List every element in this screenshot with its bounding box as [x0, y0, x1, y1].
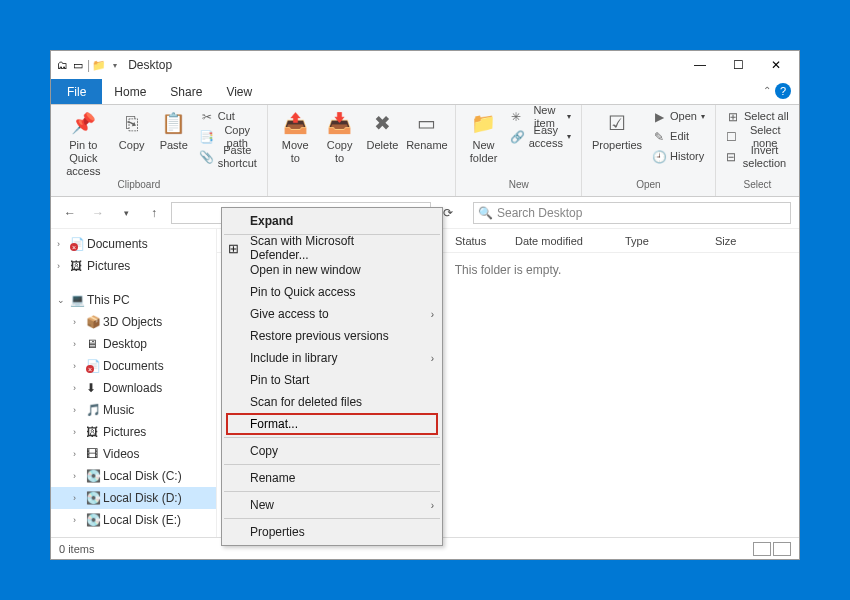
cut-icon: ✂: [200, 110, 214, 124]
copy-button[interactable]: ⎘ Copy: [112, 107, 152, 154]
disk-icon: 💽: [86, 469, 100, 483]
copy-to-button[interactable]: 📥Copy to: [319, 107, 361, 167]
collapse-ribbon-icon[interactable]: ⌃: [763, 85, 771, 96]
ctx-expand[interactable]: Expand: [222, 210, 442, 232]
easy-access-button[interactable]: 🔗Easy access ▾: [507, 127, 575, 147]
shortcut-icon: 📎: [200, 150, 214, 164]
select-group-label: Select: [744, 179, 772, 195]
open-group-label: Open: [636, 179, 660, 195]
paste-button[interactable]: 📋 Paste: [154, 107, 194, 154]
ctx-pin-start[interactable]: Pin to Start: [222, 369, 442, 391]
sidebar-item-disk-e[interactable]: ›💽Local Disk (E:): [51, 509, 216, 531]
sidebar-item-downloads[interactable]: ›⬇Downloads: [51, 377, 216, 399]
ctx-properties[interactable]: Properties: [222, 521, 442, 543]
copy-to-icon: 📥: [326, 109, 354, 137]
properties-button[interactable]: ☑Properties: [588, 107, 646, 154]
delete-button[interactable]: ✖Delete: [362, 107, 402, 154]
col-status[interactable]: Status: [447, 235, 507, 247]
rename-button[interactable]: ▭Rename: [404, 107, 449, 154]
qat-properties-icon[interactable]: ▭: [71, 58, 85, 72]
icons-view-button[interactable]: [773, 542, 791, 556]
ctx-scan-deleted[interactable]: Scan for deleted files: [222, 391, 442, 413]
back-button[interactable]: ←: [59, 202, 81, 224]
error-badge-icon: ×: [86, 365, 94, 373]
qat-dropdown-icon[interactable]: ▾: [108, 58, 122, 72]
sidebar-item-pictures-pc[interactable]: ›🖼Pictures: [51, 421, 216, 443]
paste-icon: 📋: [160, 109, 188, 137]
ctx-scan-defender[interactable]: ⊞Scan with Microsoft Defender...: [222, 237, 442, 259]
col-date[interactable]: Date modified: [507, 235, 617, 247]
ctx-include-library[interactable]: Include in library›: [222, 347, 442, 369]
col-size[interactable]: Size: [707, 235, 767, 247]
file-explorer-window: 🗂 ▭ | 📁 ▾ Desktop — ☐ ✕ File Home Share …: [50, 50, 800, 560]
ctx-format[interactable]: Format...: [226, 413, 438, 435]
copy-icon: ⎘: [118, 109, 146, 137]
rename-icon: ▭: [413, 109, 441, 137]
window-title: Desktop: [128, 58, 172, 72]
open-button[interactable]: ▶Open ▾: [648, 107, 709, 127]
properties-icon: ☑: [603, 109, 631, 137]
details-view-button[interactable]: [753, 542, 771, 556]
sidebar-item-disk-c[interactable]: ›💽Local Disk (C:): [51, 465, 216, 487]
pictures-icon: 🖼: [86, 425, 100, 439]
paste-shortcut-button[interactable]: 📎Paste shortcut: [196, 147, 261, 167]
pictures-icon: 🖼: [70, 259, 84, 273]
col-type[interactable]: Type: [617, 235, 707, 247]
ctx-rename[interactable]: Rename: [222, 467, 442, 489]
sidebar-item-documents[interactable]: ›📄×Documents: [51, 233, 216, 255]
history-icon: 🕘: [652, 150, 666, 164]
sidebar-item-this-pc[interactable]: ⌄💻This PC: [51, 289, 216, 311]
sidebar-item-disk-d[interactable]: ›💽Local Disk (D:): [51, 487, 216, 509]
submenu-arrow-icon: ›: [431, 309, 434, 320]
sidebar-item-videos[interactable]: ›🎞Videos: [51, 443, 216, 465]
ctx-give-access[interactable]: Give access to›: [222, 303, 442, 325]
pin-icon: 📌: [69, 109, 97, 137]
ribbon: 📌 Pin to Quick access ⎘ Copy 📋 Paste ✂Cu…: [51, 105, 799, 197]
ctx-restore-versions[interactable]: Restore previous versions: [222, 325, 442, 347]
sidebar-item-desktop[interactable]: ›🖥Desktop: [51, 333, 216, 355]
close-button[interactable]: ✕: [757, 51, 795, 79]
ctx-copy[interactable]: Copy: [222, 440, 442, 462]
ctx-open-new-window[interactable]: Open in new window: [222, 259, 442, 281]
tab-file[interactable]: File: [51, 79, 102, 104]
search-input[interactable]: 🔍 Search Desktop: [473, 202, 791, 224]
tab-home[interactable]: Home: [102, 79, 158, 104]
paste-label: Paste: [160, 139, 188, 152]
disk-icon: 💽: [86, 491, 100, 505]
context-menu: Expand ⊞Scan with Microsoft Defender... …: [221, 207, 443, 546]
tab-share[interactable]: Share: [158, 79, 214, 104]
pin-to-quick-access-button[interactable]: 📌 Pin to Quick access: [57, 107, 110, 181]
new-folder-button[interactable]: 📁New folder: [462, 107, 504, 167]
documents-icon: 📄×: [70, 237, 84, 251]
ctx-new[interactable]: New›: [222, 494, 442, 516]
ribbon-tabs: File Home Share View ⌃ ?: [51, 79, 799, 105]
move-to-button[interactable]: 📤Move to: [274, 107, 317, 167]
tab-view[interactable]: View: [214, 79, 264, 104]
sidebar-item-pictures[interactable]: ›🖼Pictures: [51, 255, 216, 277]
titlebar: 🗂 ▭ | 📁 ▾ Desktop — ☐ ✕: [51, 51, 799, 79]
sidebar-item-documents-pc[interactable]: ›📄×Documents: [51, 355, 216, 377]
recent-dropdown[interactable]: ▾: [115, 202, 137, 224]
edit-button[interactable]: ✎Edit: [648, 127, 709, 147]
maximize-button[interactable]: ☐: [719, 51, 757, 79]
up-button[interactable]: ↑: [143, 202, 165, 224]
minimize-button[interactable]: —: [681, 51, 719, 79]
select-all-icon: ⊞: [726, 110, 740, 124]
new-item-icon: ✳: [511, 110, 522, 124]
explorer-icon: 🗂: [55, 58, 69, 72]
submenu-arrow-icon: ›: [431, 353, 434, 364]
select-none-icon: ☐: [726, 130, 737, 144]
history-button[interactable]: 🕘History: [648, 147, 709, 167]
invert-selection-button[interactable]: ⊟Invert selection: [722, 147, 793, 167]
submenu-arrow-icon: ›: [431, 500, 434, 511]
help-icon[interactable]: ?: [775, 83, 791, 99]
sidebar-item-3d-objects[interactable]: ›📦3D Objects: [51, 311, 216, 333]
qat-divider: |: [87, 58, 90, 72]
sidebar-item-music[interactable]: ›🎵Music: [51, 399, 216, 421]
clipboard-group-label: Clipboard: [118, 179, 161, 195]
forward-button[interactable]: →: [87, 202, 109, 224]
item-count: 0 items: [59, 543, 94, 555]
ctx-pin-quick[interactable]: Pin to Quick access: [222, 281, 442, 303]
navigation-pane: ›📄×Documents ›🖼Pictures ⌄💻This PC ›📦3D O…: [51, 229, 217, 537]
search-icon: 🔍: [478, 206, 493, 220]
